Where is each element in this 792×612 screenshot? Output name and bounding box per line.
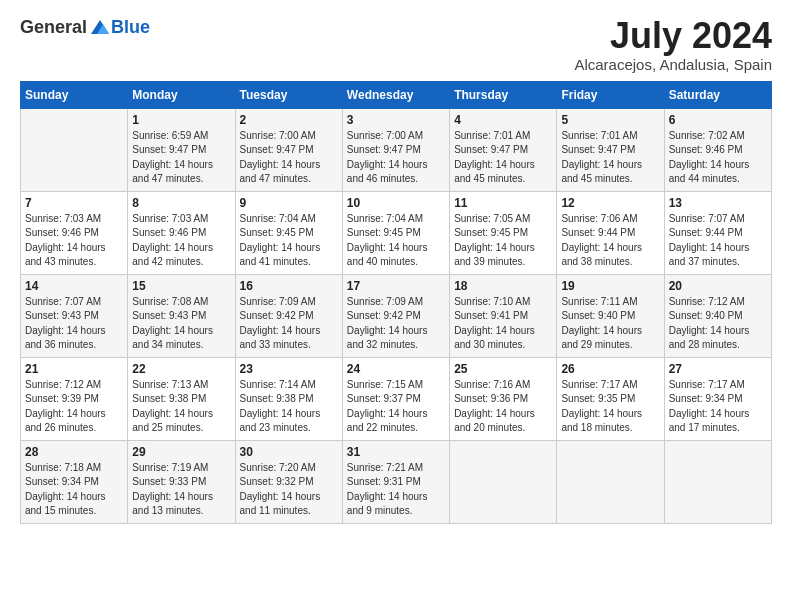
- day-info: Sunrise: 7:13 AM Sunset: 9:38 PM Dayligh…: [132, 378, 230, 436]
- calendar-cell: 30Sunrise: 7:20 AM Sunset: 9:32 PM Dayli…: [235, 440, 342, 523]
- column-header-sunday: Sunday: [21, 81, 128, 108]
- day-info: Sunrise: 6:59 AM Sunset: 9:47 PM Dayligh…: [132, 129, 230, 187]
- day-info: Sunrise: 7:17 AM Sunset: 9:35 PM Dayligh…: [561, 378, 659, 436]
- day-number: 31: [347, 445, 445, 459]
- calendar-cell: 11Sunrise: 7:05 AM Sunset: 9:45 PM Dayli…: [450, 191, 557, 274]
- day-number: 14: [25, 279, 123, 293]
- day-info: Sunrise: 7:07 AM Sunset: 9:44 PM Dayligh…: [669, 212, 767, 270]
- location-subtitle: Alcaracejos, Andalusia, Spain: [574, 56, 772, 73]
- day-info: Sunrise: 7:15 AM Sunset: 9:37 PM Dayligh…: [347, 378, 445, 436]
- day-number: 13: [669, 196, 767, 210]
- day-number: 24: [347, 362, 445, 376]
- day-number: 4: [454, 113, 552, 127]
- title-area: July 2024 Alcaracejos, Andalusia, Spain: [574, 16, 772, 73]
- day-info: Sunrise: 7:11 AM Sunset: 9:40 PM Dayligh…: [561, 295, 659, 353]
- day-info: Sunrise: 7:09 AM Sunset: 9:42 PM Dayligh…: [240, 295, 338, 353]
- day-number: 26: [561, 362, 659, 376]
- day-info: Sunrise: 7:16 AM Sunset: 9:36 PM Dayligh…: [454, 378, 552, 436]
- calendar-cell: 18Sunrise: 7:10 AM Sunset: 9:41 PM Dayli…: [450, 274, 557, 357]
- calendar-cell: 5Sunrise: 7:01 AM Sunset: 9:47 PM Daylig…: [557, 108, 664, 191]
- day-number: 21: [25, 362, 123, 376]
- day-number: 8: [132, 196, 230, 210]
- day-info: Sunrise: 7:12 AM Sunset: 9:40 PM Dayligh…: [669, 295, 767, 353]
- day-info: Sunrise: 7:17 AM Sunset: 9:34 PM Dayligh…: [669, 378, 767, 436]
- logo-text-general: General: [20, 17, 87, 38]
- calendar-week-row: 28Sunrise: 7:18 AM Sunset: 9:34 PM Dayli…: [21, 440, 772, 523]
- day-info: Sunrise: 7:21 AM Sunset: 9:31 PM Dayligh…: [347, 461, 445, 519]
- column-header-tuesday: Tuesday: [235, 81, 342, 108]
- column-header-monday: Monday: [128, 81, 235, 108]
- logo-text-blue: Blue: [111, 17, 150, 38]
- calendar-table: SundayMondayTuesdayWednesdayThursdayFrid…: [20, 81, 772, 524]
- day-number: 15: [132, 279, 230, 293]
- calendar-cell: 4Sunrise: 7:01 AM Sunset: 9:47 PM Daylig…: [450, 108, 557, 191]
- calendar-cell: 8Sunrise: 7:03 AM Sunset: 9:46 PM Daylig…: [128, 191, 235, 274]
- day-number: 17: [347, 279, 445, 293]
- day-info: Sunrise: 7:03 AM Sunset: 9:46 PM Dayligh…: [25, 212, 123, 270]
- calendar-cell: 27Sunrise: 7:17 AM Sunset: 9:34 PM Dayli…: [664, 357, 771, 440]
- day-info: Sunrise: 7:04 AM Sunset: 9:45 PM Dayligh…: [240, 212, 338, 270]
- day-number: 22: [132, 362, 230, 376]
- calendar-cell: 2Sunrise: 7:00 AM Sunset: 9:47 PM Daylig…: [235, 108, 342, 191]
- calendar-cell: 20Sunrise: 7:12 AM Sunset: 9:40 PM Dayli…: [664, 274, 771, 357]
- day-number: 16: [240, 279, 338, 293]
- calendar-cell: [557, 440, 664, 523]
- calendar-cell: [664, 440, 771, 523]
- day-info: Sunrise: 7:05 AM Sunset: 9:45 PM Dayligh…: [454, 212, 552, 270]
- day-number: 2: [240, 113, 338, 127]
- day-info: Sunrise: 7:06 AM Sunset: 9:44 PM Dayligh…: [561, 212, 659, 270]
- page-header: General Blue July 2024 Alcaracejos, Anda…: [20, 16, 772, 73]
- day-info: Sunrise: 7:10 AM Sunset: 9:41 PM Dayligh…: [454, 295, 552, 353]
- day-info: Sunrise: 7:12 AM Sunset: 9:39 PM Dayligh…: [25, 378, 123, 436]
- day-info: Sunrise: 7:09 AM Sunset: 9:42 PM Dayligh…: [347, 295, 445, 353]
- day-info: Sunrise: 7:02 AM Sunset: 9:46 PM Dayligh…: [669, 129, 767, 187]
- calendar-cell: 3Sunrise: 7:00 AM Sunset: 9:47 PM Daylig…: [342, 108, 449, 191]
- calendar-week-row: 21Sunrise: 7:12 AM Sunset: 9:39 PM Dayli…: [21, 357, 772, 440]
- day-number: 28: [25, 445, 123, 459]
- day-number: 20: [669, 279, 767, 293]
- calendar-cell: 13Sunrise: 7:07 AM Sunset: 9:44 PM Dayli…: [664, 191, 771, 274]
- calendar-cell: 19Sunrise: 7:11 AM Sunset: 9:40 PM Dayli…: [557, 274, 664, 357]
- day-number: 11: [454, 196, 552, 210]
- day-info: Sunrise: 7:04 AM Sunset: 9:45 PM Dayligh…: [347, 212, 445, 270]
- logo-icon: [89, 16, 111, 38]
- day-number: 27: [669, 362, 767, 376]
- column-header-thursday: Thursday: [450, 81, 557, 108]
- calendar-cell: 10Sunrise: 7:04 AM Sunset: 9:45 PM Dayli…: [342, 191, 449, 274]
- day-info: Sunrise: 7:18 AM Sunset: 9:34 PM Dayligh…: [25, 461, 123, 519]
- day-number: 12: [561, 196, 659, 210]
- calendar-cell: 6Sunrise: 7:02 AM Sunset: 9:46 PM Daylig…: [664, 108, 771, 191]
- calendar-cell: 16Sunrise: 7:09 AM Sunset: 9:42 PM Dayli…: [235, 274, 342, 357]
- calendar-cell: 9Sunrise: 7:04 AM Sunset: 9:45 PM Daylig…: [235, 191, 342, 274]
- day-number: 9: [240, 196, 338, 210]
- day-number: 10: [347, 196, 445, 210]
- calendar-cell: 14Sunrise: 7:07 AM Sunset: 9:43 PM Dayli…: [21, 274, 128, 357]
- calendar-header-row: SundayMondayTuesdayWednesdayThursdayFrid…: [21, 81, 772, 108]
- calendar-body: 1Sunrise: 6:59 AM Sunset: 9:47 PM Daylig…: [21, 108, 772, 523]
- day-number: 25: [454, 362, 552, 376]
- day-number: 6: [669, 113, 767, 127]
- day-number: 23: [240, 362, 338, 376]
- calendar-week-row: 7Sunrise: 7:03 AM Sunset: 9:46 PM Daylig…: [21, 191, 772, 274]
- day-info: Sunrise: 7:01 AM Sunset: 9:47 PM Dayligh…: [454, 129, 552, 187]
- calendar-week-row: 1Sunrise: 6:59 AM Sunset: 9:47 PM Daylig…: [21, 108, 772, 191]
- day-number: 18: [454, 279, 552, 293]
- day-info: Sunrise: 7:01 AM Sunset: 9:47 PM Dayligh…: [561, 129, 659, 187]
- calendar-cell: 12Sunrise: 7:06 AM Sunset: 9:44 PM Dayli…: [557, 191, 664, 274]
- day-info: Sunrise: 7:00 AM Sunset: 9:47 PM Dayligh…: [347, 129, 445, 187]
- calendar-cell: 21Sunrise: 7:12 AM Sunset: 9:39 PM Dayli…: [21, 357, 128, 440]
- column-header-saturday: Saturday: [664, 81, 771, 108]
- day-number: 1: [132, 113, 230, 127]
- day-info: Sunrise: 7:03 AM Sunset: 9:46 PM Dayligh…: [132, 212, 230, 270]
- day-info: Sunrise: 7:00 AM Sunset: 9:47 PM Dayligh…: [240, 129, 338, 187]
- calendar-cell: 31Sunrise: 7:21 AM Sunset: 9:31 PM Dayli…: [342, 440, 449, 523]
- month-year-title: July 2024: [574, 16, 772, 56]
- calendar-cell: 26Sunrise: 7:17 AM Sunset: 9:35 PM Dayli…: [557, 357, 664, 440]
- day-number: 7: [25, 196, 123, 210]
- calendar-cell: [21, 108, 128, 191]
- calendar-week-row: 14Sunrise: 7:07 AM Sunset: 9:43 PM Dayli…: [21, 274, 772, 357]
- logo: General Blue: [20, 16, 150, 38]
- day-number: 3: [347, 113, 445, 127]
- calendar-cell: 25Sunrise: 7:16 AM Sunset: 9:36 PM Dayli…: [450, 357, 557, 440]
- calendar-cell: 22Sunrise: 7:13 AM Sunset: 9:38 PM Dayli…: [128, 357, 235, 440]
